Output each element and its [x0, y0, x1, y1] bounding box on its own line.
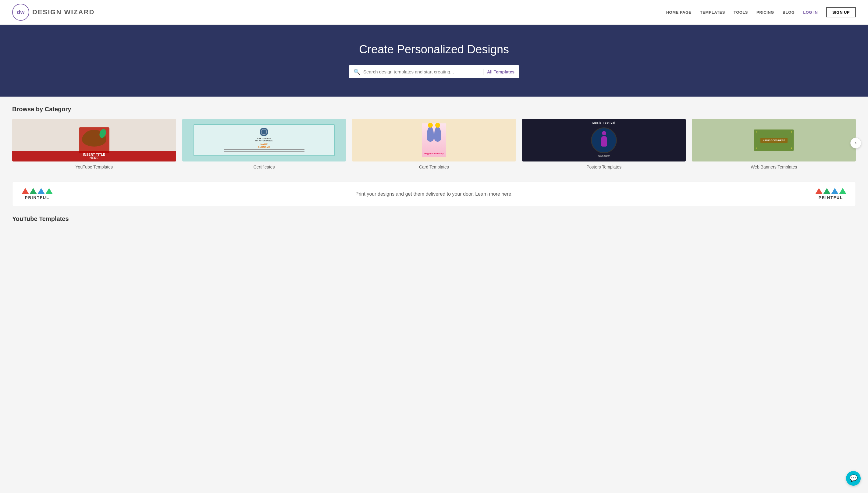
card-figure-1 [427, 126, 434, 142]
banner-text-label: NAME GOES HERE [763, 139, 785, 142]
search-filter-label[interactable]: All Templates [487, 69, 514, 74]
category-label-banners: Web Banners Templates [751, 165, 797, 169]
nav-tools[interactable]: TOOLS [734, 10, 748, 15]
category-card-cards[interactable]: Happy Anniversary Card Templates [352, 119, 516, 169]
banner-star-bl: ✦ [755, 147, 757, 150]
nav-blog[interactable]: BLOG [783, 10, 795, 15]
category-label-posters: Posters Templates [586, 165, 621, 169]
poster-title-top: Music Festival [522, 121, 686, 124]
search-bar: 🔍 | All Templates [349, 65, 519, 78]
signup-button[interactable]: SIGN UP [826, 7, 856, 17]
logo-icon: dw [12, 4, 29, 21]
printful-tri-blue-r [831, 188, 839, 194]
banner-star-tr: ✦ [790, 131, 792, 133]
printful-tri-blue [38, 188, 45, 194]
nav-login[interactable]: LOG IN [803, 10, 818, 15]
printful-name-left: PRINTFUL [25, 195, 49, 200]
cert-seal-inner [261, 129, 267, 135]
poster-thumb: Music Festival BAND NAME [522, 119, 686, 162]
nav-homepage[interactable]: HOME PAGE [666, 10, 692, 15]
category-card-posters[interactable]: Music Festival BAND NAME Posters Templat… [522, 119, 686, 169]
card-illustration: Happy Anniversary [422, 123, 446, 157]
hero-banner: Create Personalized Designs 🔍 | All Temp… [0, 25, 868, 97]
food-plate [79, 127, 109, 153]
search-input[interactable] [363, 69, 480, 74]
printful-triangles-left [22, 188, 53, 194]
poster-circle [591, 127, 617, 153]
banner-inner: NAME GOES HERE ✦ ✦ ✦ ✦ [754, 129, 793, 151]
search-divider: | [483, 68, 484, 75]
logo-area[interactable]: dw DESIGN WIZARD [12, 4, 94, 21]
poster-title-overlay: Music Festival [522, 121, 686, 124]
printful-tri-green [29, 188, 37, 194]
category-card-banners[interactable]: NAME GOES HERE ✦ ✦ ✦ ✦ Web Banners Templ… [692, 119, 856, 169]
cert-line2 [224, 151, 304, 152]
printful-tri-green2-r [839, 188, 846, 194]
printful-logo-right: PRINTFUL [815, 188, 846, 200]
yt-section-title: YouTube Templates [12, 215, 856, 222]
poster-band-name: BAND NAME [522, 155, 686, 157]
printful-tri-red-r [815, 188, 823, 194]
banner-thumb: NAME GOES HERE ✦ ✦ ✦ ✦ [692, 119, 856, 162]
card-anniversary-text: Happy Anniversary [424, 152, 444, 154]
categories-row: INSERT TITLE HERE YouTube Templates CERT… [12, 119, 856, 169]
youtube-title-bar: INSERT TITLE HERE [12, 151, 176, 162]
cert-line1 [224, 149, 304, 150]
card-thumb: Happy Anniversary [352, 119, 516, 162]
youtube-thumb: INSERT TITLE HERE [12, 119, 176, 162]
browse-section: Browse by Category INSERT TITLE HERE You… [0, 97, 868, 175]
banner-star-br: ✦ [790, 147, 792, 150]
carousel-next-button[interactable]: › [850, 137, 861, 148]
search-icon: 🔍 [354, 68, 360, 75]
category-label-youtube: YouTube Templates [76, 165, 113, 169]
printful-name-right: PRINTFUL [819, 195, 843, 200]
category-label-cards: Card Templates [419, 165, 449, 169]
banner-text-box: NAME GOES HERE [760, 138, 787, 143]
category-card-youtube[interactable]: INSERT TITLE HERE YouTube Templates [12, 119, 176, 169]
card-figures [427, 126, 441, 142]
browse-title: Browse by Category [12, 106, 856, 113]
printful-tri-red [22, 188, 29, 194]
cert-inner: CERTIFICATEOF ATTENDANCE NAMESURNAME [193, 124, 334, 156]
printful-banner: PRINTFUL Print your designs and get them… [12, 181, 856, 206]
nav-templates[interactable]: TEMPLATES [700, 10, 725, 15]
printful-tri-green-r [823, 188, 830, 194]
cert-title-text: CERTIFICATEOF ATTENDANCE [255, 137, 273, 142]
printful-message[interactable]: Print your designs and get them delivere… [53, 191, 815, 197]
header: dw DESIGN WIZARD HOME PAGE TEMPLATES TOO… [0, 0, 868, 25]
hero-title: Create Personalized Designs [6, 43, 862, 56]
printful-tri-green2 [45, 188, 53, 194]
cert-name-text: NAMESURNAME [258, 143, 270, 148]
printful-triangles-right [815, 188, 846, 194]
category-card-certificates[interactable]: CERTIFICATEOF ATTENDANCE NAMESURNAME Cer… [182, 119, 346, 169]
card-figure-2 [434, 126, 441, 142]
cert-thumb: CERTIFICATEOF ATTENDANCE NAMESURNAME [182, 119, 346, 162]
category-label-certificates: Certificates [253, 165, 275, 169]
printful-logo-left: PRINTFUL [22, 188, 53, 200]
main-nav: HOME PAGE TEMPLATES TOOLS PRICING BLOG L… [666, 7, 856, 17]
yt-section: YouTube Templates [0, 212, 868, 232]
cert-seal [260, 128, 268, 136]
logo-text: DESIGN WIZARD [32, 8, 94, 16]
poster-figure [598, 131, 610, 149]
nav-pricing[interactable]: PRICING [757, 10, 774, 15]
banner-star-tl: ✦ [755, 131, 757, 133]
